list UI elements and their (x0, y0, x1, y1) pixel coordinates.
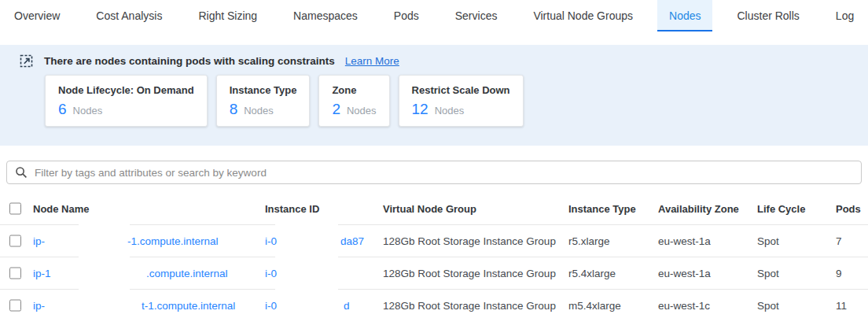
tab-cost-analysis[interactable]: Cost Analysis (84, 0, 174, 31)
instance-id-suffix[interactable]: d (344, 300, 350, 312)
node-name-suffix[interactable]: -1.compute.internal (127, 235, 219, 247)
constraint-cards: Node Lifecycle: On Demand 6 Nodes Instan… (45, 75, 868, 127)
pods-cell: 9 (836, 268, 842, 279)
node-name-prefix[interactable]: ip-1 (33, 268, 51, 279)
filter-input[interactable] (35, 167, 853, 179)
banner-message: There are nodes containing pods with sca… (44, 55, 335, 67)
table-row: ip- t-1.compute.internal i-0 d 128Gb Roo… (0, 290, 868, 318)
instance-type-cell: m5.4xlarge (568, 300, 621, 312)
card-value: 6 (58, 101, 67, 118)
card-title: Node Lifecycle: On Demand (58, 84, 194, 96)
card-title: Instance Type (230, 84, 297, 96)
virtual-node-group-cell: 128Gb Root Storage Instance Group (383, 268, 556, 279)
node-name-suffix[interactable]: .compute.internal (146, 268, 228, 279)
card-zone[interactable]: Zone 2 Nodes (318, 75, 389, 127)
instance-id-prefix[interactable]: i-0 (265, 268, 277, 279)
tab-virtual-node-groups[interactable]: Virtual Node Groups (521, 0, 645, 31)
select-all-checkbox[interactable] (9, 202, 21, 214)
node-name-prefix[interactable]: ip- (33, 300, 45, 312)
tab-services[interactable]: Services (443, 0, 509, 31)
card-value: 2 (332, 101, 340, 118)
col-instance-type: Instance Type (568, 202, 636, 214)
availability-zone-cell: eu-west-1c (658, 300, 710, 312)
card-instance-type[interactable]: Instance Type 8 Nodes (216, 75, 311, 127)
card-unit: Nodes (435, 105, 465, 116)
life-cycle-cell: Spot (757, 235, 779, 247)
instance-id-prefix[interactable]: i-0 (265, 235, 277, 247)
availability-zone-cell: eu-west-1a (658, 235, 711, 247)
nodes-table: Node Name Instance ID Virtual Node Group… (0, 192, 868, 318)
instance-type-cell: r5.4xlarge (568, 268, 616, 279)
card-unit: Nodes (73, 105, 103, 116)
row-checkbox[interactable] (9, 235, 21, 247)
tab-pods[interactable]: Pods (382, 0, 431, 31)
col-instance-id: Instance ID (265, 202, 319, 214)
node-name-prefix[interactable]: ip- (33, 235, 45, 247)
scale-arrow-icon (20, 54, 34, 68)
card-restrict-scale-down[interactable]: Restrict Scale Down 12 Nodes (399, 75, 524, 127)
tab-cluster-rolls[interactable]: Cluster Rolls (725, 0, 811, 31)
virtual-node-group-cell: 128Gb Root Storage Instance Group (383, 235, 556, 247)
table-header-row: Node Name Instance ID Virtual Node Group… (0, 192, 868, 224)
table-row: ip-1 .compute.internal i-0 128Gb Root St… (0, 257, 868, 289)
pods-cell: 11 (836, 300, 847, 312)
life-cycle-cell: Spot (757, 300, 779, 312)
col-availability-zone: Availability Zone (658, 202, 739, 214)
scaling-constraints-banner: There are nodes containing pods with sca… (0, 45, 868, 146)
card-value: 8 (230, 101, 238, 118)
node-name-suffix[interactable]: t-1.compute.internal (142, 300, 235, 312)
card-node-lifecycle[interactable]: Node Lifecycle: On Demand 6 Nodes (45, 75, 208, 127)
card-title: Zone (332, 84, 376, 96)
virtual-node-group-cell: 128Gb Root Storage Instance Group (383, 300, 556, 312)
row-checkbox[interactable] (9, 268, 21, 279)
col-virtual-node-group: Virtual Node Group (383, 202, 476, 214)
table-row: ip- -1.compute.internal i-0 da87 128Gb R… (0, 225, 868, 257)
card-unit: Nodes (347, 105, 377, 116)
instance-type-cell: r5.xlarge (568, 235, 610, 247)
card-title: Restrict Scale Down (412, 84, 510, 96)
card-unit: Nodes (244, 105, 274, 116)
tab-log[interactable]: Log (824, 0, 866, 31)
pods-cell: 7 (836, 235, 842, 247)
tab-namespaces[interactable]: Namespaces (281, 0, 370, 31)
learn-more-link[interactable]: Learn More (345, 55, 399, 67)
col-pods: Pods (836, 202, 861, 214)
instance-id-prefix[interactable]: i-0 (265, 300, 277, 312)
cluster-tab-bar: Overview Cost Analysis Right Sizing Name… (2, 0, 868, 31)
search-icon (15, 166, 28, 179)
tab-right-sizing[interactable]: Right Sizing (186, 0, 269, 31)
life-cycle-cell: Spot (757, 268, 779, 279)
availability-zone-cell: eu-west-1a (658, 268, 711, 279)
filter-bar (6, 161, 862, 184)
card-value: 12 (412, 101, 428, 118)
tab-overview[interactable]: Overview (2, 0, 72, 31)
col-node-name: Node Name (33, 202, 90, 214)
col-life-cycle: Life Cycle (757, 202, 805, 214)
instance-id-suffix[interactable]: da87 (340, 235, 364, 247)
row-checkbox[interactable] (9, 300, 21, 312)
tab-nodes[interactable]: Nodes (657, 0, 712, 31)
